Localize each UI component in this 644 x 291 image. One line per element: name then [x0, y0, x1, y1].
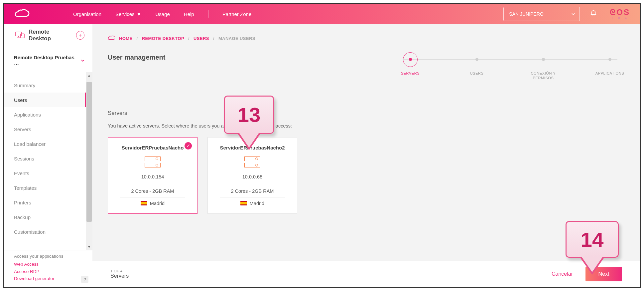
sidebar-header: Remote Desktop +: [4, 24, 92, 45]
server-spec: 2 Cores - 2GB RAM: [214, 188, 291, 194]
nav-services[interactable]: Services ▼: [115, 11, 141, 17]
crumb-remote-desktop[interactable]: REMOTE DESKTOP: [142, 36, 184, 41]
scroll-up-icon[interactable]: ▲: [86, 72, 92, 79]
annotation-callout: 14: [566, 221, 619, 258]
top-nav: Organisation Services ▼ Usage Help Partn…: [73, 10, 251, 18]
sidebar-item-servers[interactable]: Servers: [4, 122, 86, 137]
nav-help[interactable]: Help: [184, 11, 194, 17]
sidebar-item-printers[interactable]: Printers: [4, 195, 86, 210]
server-name: ServidorERPruebasNacho: [114, 145, 191, 150]
step-servers[interactable]: SERVERS: [395, 52, 425, 81]
progress-step: Servers: [110, 273, 129, 279]
annotation-callout: 13: [224, 96, 274, 134]
sidebar-scrollbar[interactable]: ▲ ▼: [86, 72, 92, 250]
server-location: Madrid: [214, 201, 291, 206]
sidebar-footer-header: Access your applications: [14, 254, 82, 259]
sidebar-item-summary[interactable]: Summary: [4, 78, 86, 93]
sidebar-item-sessions[interactable]: Sessions: [4, 151, 86, 166]
crumb-users[interactable]: USERS: [193, 36, 209, 41]
home-cloud-icon: [108, 35, 115, 42]
server-spec: 2 Cores - 2GB RAM: [114, 188, 191, 194]
server-icon: [114, 156, 191, 167]
server-ip: 10.0.0.154: [114, 172, 191, 181]
organisation-selected: SAN JUNIPERO: [509, 11, 543, 17]
remote-desktop-icon: [15, 31, 25, 40]
sidebar-item-users[interactable]: Users: [4, 93, 86, 107]
server-location: Madrid: [114, 201, 191, 206]
section-hint: You have active servers. Select where th…: [108, 123, 625, 129]
sidebar: Remote Desktop + Remote Desktop Pruebas …: [4, 24, 92, 287]
sidebar-item-customisation[interactable]: Customisation: [4, 224, 86, 239]
nav-organisation[interactable]: Organisation: [73, 11, 101, 17]
content-area: HOME / REMOTE DESKTOP / USERS / MANAGE U…: [92, 24, 640, 287]
help-icon[interactable]: ?: [81, 276, 88, 283]
sidebar-footer: Access your applications Web Access Acce…: [4, 250, 92, 287]
flag-es-icon: [240, 201, 247, 205]
crumb-current: MANAGE USERS: [218, 36, 255, 41]
server-card-list: ✓ ServidorERPruebasNacho 10.0.0.154 2 Co…: [108, 137, 625, 214]
section-title: Servers: [108, 110, 625, 117]
sidebar-item-templates[interactable]: Templates: [4, 180, 86, 195]
separator: [208, 10, 208, 18]
server-card[interactable]: ✓ ServidorERPruebasNacho 10.0.0.154 2 Co…: [108, 137, 197, 214]
page-title: User management: [108, 54, 165, 61]
link-download-generator[interactable]: Download generator: [14, 275, 82, 282]
nav-usage[interactable]: Usage: [155, 11, 170, 17]
link-rdp-access[interactable]: Acceso RDP: [14, 268, 82, 275]
server-icon: [214, 156, 291, 167]
scroll-down-icon[interactable]: ▼: [86, 243, 92, 250]
partner-logo-icon: ᘓOST E L: [610, 9, 630, 19]
wizard-footer: 1 OF 4 Servers Cancelar Next: [92, 261, 640, 287]
sidebar-item-backup[interactable]: Backup: [4, 210, 86, 224]
brand-logo-icon: [14, 6, 30, 22]
project-selected: Remote Desktop Pruebas …: [14, 55, 78, 66]
step-applications[interactable]: APPLICATIONS: [595, 52, 625, 81]
wizard-stepper: SERVERS USERS CONEXIÓN Y PERMISOS APPLIC…: [395, 48, 625, 81]
link-web-access[interactable]: Web Access: [14, 261, 82, 268]
notifications-icon[interactable]: [590, 9, 597, 19]
check-icon: ✓: [185, 142, 192, 149]
breadcrumb: HOME / REMOTE DESKTOP / USERS / MANAGE U…: [92, 24, 640, 48]
sidebar-title: Remote Desktop: [29, 29, 72, 42]
server-ip: 10.0.0.68: [214, 172, 291, 181]
sidebar-item-load-balancer[interactable]: Load balancer: [4, 137, 86, 151]
nav-partner-zone[interactable]: Partner Zone: [222, 11, 252, 17]
crumb-home[interactable]: HOME: [119, 36, 133, 41]
step-connection[interactable]: CONEXIÓN Y PERMISOS: [528, 52, 558, 81]
sidebar-item-applications[interactable]: Applications: [4, 107, 86, 122]
top-bar: Organisation Services ▼ Usage Help Partn…: [4, 4, 640, 24]
add-project-button[interactable]: +: [76, 31, 84, 40]
sidebar-nav: Summary Users Applications Servers Load …: [4, 72, 86, 250]
svg-rect-1: [21, 34, 24, 38]
cancel-button[interactable]: Cancelar: [552, 271, 573, 277]
progress-counter: 1 OF 4: [110, 269, 129, 273]
sidebar-item-events[interactable]: Events: [4, 166, 86, 180]
scrollbar-thumb[interactable]: [86, 82, 92, 222]
nav-services-label: Services: [115, 11, 135, 17]
step-users[interactable]: USERS: [462, 52, 492, 81]
chevron-down-icon: ▼: [137, 11, 142, 17]
project-selector[interactable]: Remote Desktop Pruebas …: [4, 45, 92, 72]
flag-es-icon: [141, 201, 147, 205]
organisation-selector[interactable]: SAN JUNIPERO: [503, 7, 580, 21]
chevron-down-icon: [81, 58, 84, 63]
chevron-down-icon: [572, 11, 575, 17]
